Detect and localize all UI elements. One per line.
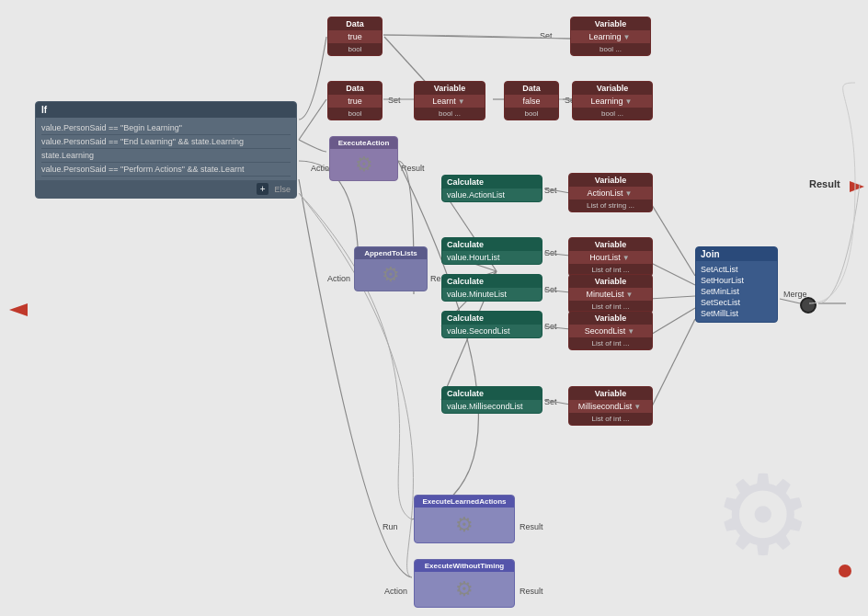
data-node-3-header: Data <box>505 82 558 95</box>
data-node-2[interactable]: Data true bool <box>327 81 383 120</box>
set-label-1: Set <box>540 31 553 40</box>
join-item-1: SetActList <box>701 264 772 275</box>
calc1-header: Calculate <box>442 176 542 188</box>
join-node[interactable]: Join SetActList SetHourList SetMinList S… <box>695 246 778 323</box>
set-label-2: Set <box>388 96 401 105</box>
var4-header: Variable <box>569 174 652 187</box>
if-condition-2: value.PersonSaid == "End Learning" && st… <box>41 135 291 149</box>
exec-without-result-label: Result <box>520 587 543 596</box>
if-else-label: Else <box>274 183 291 195</box>
if-condition-1: value.PersonSaid == "Begin Learning" <box>41 121 291 135</box>
var2-header: Variable <box>415 82 485 95</box>
var3-header: Variable <box>573 82 652 95</box>
variable-node-hourlist[interactable]: Variable HourList ▼ List of int ... <box>568 237 653 277</box>
set-label-calc4: Set <box>544 322 557 331</box>
data-node-1-value: true <box>328 30 382 43</box>
variable-node-learnt[interactable]: Variable Learnt ▼ bool ... <box>414 81 485 120</box>
exec-learned-result-label: Result <box>520 522 543 531</box>
variable-node-learning-2[interactable]: Variable Learning ▼ bool ... <box>572 81 653 120</box>
data-node-3-type: bool <box>505 108 558 120</box>
data-node-1-header: Data <box>328 17 382 30</box>
bottom-right-dot <box>839 565 851 577</box>
calc5-header: Calculate <box>442 387 542 400</box>
variable-node-minutelist[interactable]: Variable MinuteList ▼ List of int ... <box>568 274 653 314</box>
var7-name: SecondList ▼ <box>569 325 652 337</box>
variable-node-actionlist[interactable]: Variable ActionList ▼ List of string ... <box>568 173 653 212</box>
exec-without-action-label: Action <box>384 587 407 596</box>
var4-name: ActionList ▼ <box>569 187 652 200</box>
if-body: value.PersonSaid == "Begin Learning" val… <box>36 118 296 180</box>
var7-header: Variable <box>569 312 652 325</box>
result-arrow <box>850 181 864 192</box>
calc-node-4[interactable]: Calculate value.SecondList <box>441 311 542 338</box>
calc4-header: Calculate <box>442 312 542 325</box>
calc3-header: Calculate <box>442 275 542 288</box>
join-item-5: SetMillList <box>701 308 772 319</box>
execute-result-label: Result <box>401 164 425 173</box>
exec-learned-run-label: Run <box>383 522 398 531</box>
set-label-calc1: Set <box>544 186 557 195</box>
variable-node-learning-1[interactable]: Variable Learning ▼ bool ... <box>570 17 651 56</box>
entry-arrow <box>9 303 28 316</box>
execute-header: ExecuteAction <box>330 137 397 149</box>
var4-type: List of string ... <box>569 200 652 211</box>
calc-node-1[interactable]: Calculate value.ActionList <box>441 175 542 202</box>
set-label-calc3: Set <box>544 285 557 294</box>
calc3-body: value.MinuteList <box>442 288 542 301</box>
var3-type: bool ... <box>573 108 652 120</box>
exec-without-gear-icon <box>415 572 514 607</box>
var6-header: Variable <box>569 275 652 288</box>
data-node-2-value: true <box>328 95 382 108</box>
if-condition-4: value.PersonSaid == "Perform Actions" &&… <box>41 163 291 177</box>
merge-circle <box>800 297 817 314</box>
append-header: AppendToLists <box>355 247 427 259</box>
background-gear: ⚙ <box>714 451 813 579</box>
result-label: Result <box>809 178 840 189</box>
var8-name: MillisecondList ▼ <box>569 400 652 413</box>
var5-name: HourList ▼ <box>569 251 652 264</box>
data-node-3[interactable]: Data false bool <box>504 81 559 120</box>
data-node-2-header: Data <box>328 82 382 95</box>
calc4-body: value.SecondList <box>442 325 542 337</box>
var1-type: bool ... <box>571 43 650 55</box>
if-footer: + Else <box>36 180 296 198</box>
set-label-calc5: Set <box>544 397 557 406</box>
calc-node-3[interactable]: Calculate value.MinuteList <box>441 274 542 302</box>
if-node[interactable]: If value.PersonSaid == "Begin Learning" … <box>35 101 297 199</box>
canvas: ⚙ <box>0 0 868 616</box>
var8-type: List of int ... <box>569 413 652 425</box>
data-node-1-type: bool <box>328 43 382 55</box>
exec-learned-header: ExecuteLearnedActions <box>415 496 514 508</box>
append-action-label: Action <box>327 274 350 283</box>
execute-learned-node[interactable]: ExecuteLearnedActions <box>414 495 515 543</box>
data-node-2-type: bool <box>328 108 382 120</box>
append-to-lists-node[interactable]: AppendToLists <box>354 246 428 291</box>
var2-name: Learnt ▼ <box>415 95 485 108</box>
execute-action-node[interactable]: ExecuteAction <box>329 136 398 181</box>
if-add-button[interactable]: + <box>257 183 269 195</box>
if-condition-3: state.Learning <box>41 149 291 163</box>
calc-node-5[interactable]: Calculate value.MillisecondList <box>441 386 542 414</box>
join-item-4: SetSecList <box>701 297 772 308</box>
var1-name: Learning ▼ <box>571 30 650 43</box>
execute-gear-icon <box>330 149 397 180</box>
variable-node-secondlist[interactable]: Variable SecondList ▼ List of int ... <box>568 311 653 350</box>
var7-type: List of int ... <box>569 337 652 349</box>
calc2-header: Calculate <box>442 238 542 251</box>
exec-without-header: ExecuteWithoutTiming <box>415 560 514 572</box>
exec-learned-gear-icon <box>415 508 514 542</box>
var2-type: bool ... <box>415 108 485 120</box>
execute-without-node[interactable]: ExecuteWithoutTiming <box>414 559 515 608</box>
variable-node-millisecondlist[interactable]: Variable MillisecondList ▼ List of int .… <box>568 386 653 426</box>
calc5-body: value.MillisecondList <box>442 400 542 413</box>
if-header: If <box>36 102 296 118</box>
data-node-3-value: false <box>505 95 558 108</box>
join-item-3: SetMinList <box>701 286 772 297</box>
var8-header: Variable <box>569 387 652 400</box>
calc-node-2[interactable]: Calculate value.HourList <box>441 237 542 265</box>
set-label-calc2: Set <box>544 248 557 257</box>
join-item-2: SetHourList <box>701 275 772 286</box>
var3-name: Learning ▼ <box>573 95 652 108</box>
data-node-1[interactable]: Data true bool <box>327 17 383 56</box>
join-body: SetActList SetHourList SetMinList SetSec… <box>696 261 777 322</box>
